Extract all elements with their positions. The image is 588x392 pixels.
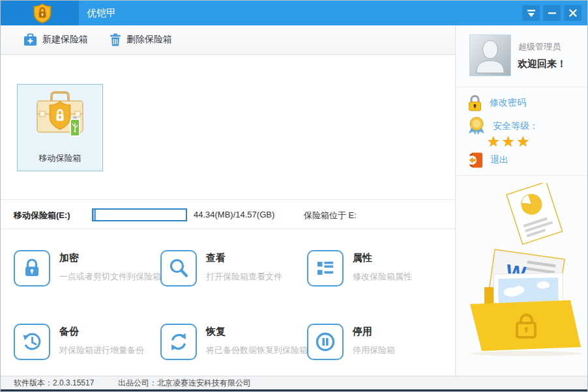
security-stars: ★★★ [487,133,531,150]
properties-subtitle: 修改保险箱属性 [353,271,412,283]
vault-tile-mobile[interactable]: 移动保险箱 [17,84,103,171]
pie-chart-document [507,183,563,244]
vault-usage-row: 移动保险箱(E:) 44.34(MB)/14.57(GB) 保险箱位于 E: [1,199,455,229]
vault-drive-label: 移动保险箱(E:) [14,210,70,221]
backup-title: 备份 [59,326,79,338]
window-title: 优铠甲 [87,1,116,25]
close-icon [569,9,577,17]
usage-text: 44.34(MB)/14.57(GB) [194,210,274,219]
view-search-icon [160,250,197,287]
statusbar: 软件版本：2.0.3.15517 出品公司：北京凌赛连安科技有限公司 [1,376,587,389]
disable-pause-icon [307,324,344,360]
vault-location-text: 保险箱位于 E: [304,210,357,221]
disable-subtitle: 停用保险箱 [353,344,395,356]
person-icon [470,35,510,76]
company-info: 出品公司：北京凌赛连安科技有限公司 [118,376,251,389]
properties-action[interactable]: 属性 修改保险箱属性 [307,250,447,288]
new-vault-button[interactable]: 新建保险箱 [23,25,88,54]
software-version: 软件版本：2.0.3.15517 [14,376,94,389]
encrypt-title: 加密 [59,252,79,264]
menu-icon [527,9,536,18]
disable-action[interactable]: 停用 停用保险箱 [307,324,447,361]
exit-item[interactable]: 退出 [467,152,508,169]
close-button[interactable] [564,5,581,21]
user-role: 超级管理员 [518,41,561,53]
mobile-vault-icon [31,89,89,146]
app-shield-lock-icon [33,3,52,23]
minimize-button[interactable] [543,5,561,21]
padlock-icon [467,94,483,111]
security-level-item: 安全等级： [467,117,538,135]
change-password-item[interactable]: 修改密码 [467,94,526,111]
vault-tile-label: 移动保险箱 [18,152,102,164]
user-avatar [469,35,511,76]
exit-label: 退出 [490,154,508,166]
minimize-icon [548,9,556,17]
exit-door-icon [467,152,484,169]
change-password-label: 修改密码 [490,97,526,109]
documents-folder-illustration: W [461,183,585,369]
locked-folder-front [470,300,581,356]
backup-history-icon [14,324,50,360]
encrypt-subtitle: 一点或者剪切文件到保险箱 [59,271,161,283]
properties-list-icon [307,250,344,287]
toolbar: 新建保险箱 删除保险箱 [1,25,455,55]
delete-vault-button[interactable]: 删除保险箱 [110,25,172,54]
medal-icon [467,117,486,135]
view-subtitle: 打开保险箱查看文件 [206,271,282,283]
app-window: 优铠甲 [0,0,588,392]
view-action[interactable]: 查看 打开保险箱查看文件 [160,250,301,288]
sidebar-divider [456,87,588,87]
properties-title: 属性 [353,252,372,264]
sidebar: 超级管理员 欢迎回来！ 修改密码 安全等级： ★★★ [455,25,588,376]
restore-refresh-icon [160,324,197,360]
delete-vault-icon [110,33,121,46]
encrypt-lock-icon [14,250,50,287]
main-content: 移动保险箱 移动保险箱(E:) 44.34(MB)/14.57(GB) 保险箱位… [1,55,455,376]
new-vault-icon [23,33,37,46]
security-level-label: 安全等级： [493,120,538,132]
backup-subtitle: 对保险箱进行增量备份 [59,344,144,356]
encrypt-action[interactable]: 加密 一点或者剪切文件到保险箱 [14,250,154,288]
new-vault-label: 新建保险箱 [42,34,88,46]
titlebar: 优铠甲 [1,1,587,25]
usage-progress-bar [92,208,187,221]
restore-action[interactable]: 恢复 将已备份数据恢复到保险箱 [160,324,301,361]
restore-title: 恢复 [206,326,226,338]
window-controls [522,5,581,21]
view-title: 查看 [206,252,226,264]
disable-title: 停用 [353,326,372,338]
delete-vault-label: 删除保险箱 [126,34,172,46]
menu-button[interactable] [522,5,540,21]
bottom-strip [1,389,587,392]
sidebar-divider-2 [456,175,588,176]
usage-progress-fill [93,210,96,220]
user-welcome: 欢迎回来！ [518,58,566,70]
restore-subtitle: 将已备份数据恢复到保险箱 [206,344,308,356]
backup-action[interactable]: 备份 对保险箱进行增量备份 [14,324,154,361]
